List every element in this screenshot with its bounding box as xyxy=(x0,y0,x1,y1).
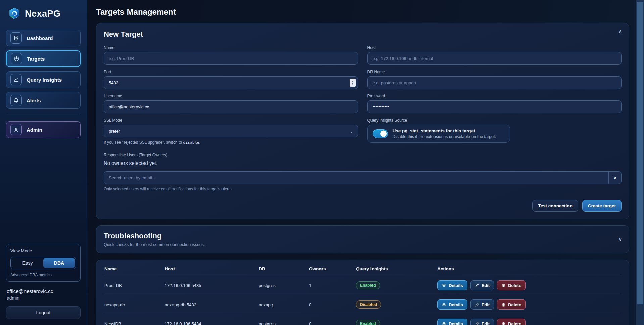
app-title: NexaPG xyxy=(25,9,61,19)
sidebar-item-label: Query Insights xyxy=(27,77,62,83)
collapse-up-icon[interactable]: ∧ xyxy=(618,28,622,35)
cell-db: postgres xyxy=(258,314,308,325)
edit-button[interactable]: Edit xyxy=(470,280,494,290)
owners-empty-text: No owners selected yet. xyxy=(104,160,622,166)
edit-button[interactable]: Edit xyxy=(470,299,494,310)
qi-toggle-title: Use pg_stat_statements for this target xyxy=(393,128,496,133)
port-input[interactable] xyxy=(104,76,358,89)
user-email: office@nesterovic.cc xyxy=(7,288,80,294)
pencil-icon xyxy=(475,303,479,307)
qi-toggle-subtitle: Disable this if the extension is unavail… xyxy=(393,134,496,139)
col-db: DB xyxy=(258,261,308,276)
edit-button[interactable]: Edit xyxy=(470,319,494,325)
port-label: Port xyxy=(104,69,358,74)
cube-icon xyxy=(11,53,22,64)
table-row: Prod_DB 172.16.0.106:5435 postgres 1 Ena… xyxy=(104,276,622,295)
number-stepper-icon[interactable]: ▲▼ xyxy=(350,79,356,87)
host-label: Host xyxy=(367,45,622,50)
owner-search-row: v xyxy=(104,171,622,184)
host-input[interactable] xyxy=(367,52,622,65)
delete-button[interactable]: Delete xyxy=(497,280,526,290)
row-actions: Details Edit Delete xyxy=(437,319,619,325)
troubleshooting-title: Troubleshooting xyxy=(104,232,622,240)
cell-owners: 1 xyxy=(308,276,355,295)
chart-icon xyxy=(10,74,22,85)
password-label: Password xyxy=(367,94,622,98)
sidebar: NexaPG Dashboard Targets Query Insights xyxy=(0,0,87,325)
sidebar-item-label: Dashboard xyxy=(27,35,53,41)
qi-source-field-group: Query Insights Source Use pg_stat_statem… xyxy=(367,118,622,145)
name-input[interactable] xyxy=(104,52,358,65)
view-mode-label: View Mode xyxy=(10,248,76,253)
username-field-group: Username xyxy=(104,94,358,113)
eye-icon xyxy=(442,321,446,325)
col-actions: Actions xyxy=(437,261,622,276)
ssl-mode-label: SSL Mode xyxy=(104,118,358,123)
details-button[interactable]: Details xyxy=(437,280,467,290)
cell-owners: 0 xyxy=(308,295,355,314)
pencil-icon xyxy=(475,322,479,325)
sidebar-item-alerts[interactable]: Alerts xyxy=(6,92,81,109)
ssl-mode-select[interactable]: prefer ⌄ xyxy=(104,125,358,137)
sidebar-item-label: Admin xyxy=(27,127,42,133)
cell-host: 172.16.0.106:5434 xyxy=(164,314,258,325)
sidebar-item-admin[interactable]: Admin xyxy=(6,121,81,138)
pg-stat-toggle[interactable] xyxy=(373,129,388,138)
scrollbar-thumb[interactable] xyxy=(637,2,643,304)
sidebar-item-label: Targets xyxy=(27,56,45,62)
col-host: Host xyxy=(164,261,258,276)
status-badge: Disabled xyxy=(356,300,381,309)
table-row: NessiDB 172.16.0.106:5434 postgres 0 Ena… xyxy=(104,314,622,325)
pencil-icon xyxy=(475,283,479,288)
delete-button[interactable]: Delete xyxy=(497,299,526,310)
password-input[interactable] xyxy=(367,100,622,113)
nexapg-logo-icon xyxy=(8,7,21,20)
targets-table: Name Host DB Owners Query Insights Actio… xyxy=(104,261,622,325)
user-role: admin xyxy=(7,295,80,301)
view-mode-easy[interactable]: Easy xyxy=(12,258,43,268)
sidebar-item-targets[interactable]: Targets xyxy=(6,50,81,67)
main-content: Targets Management ∧ New Target Name Hos… xyxy=(87,0,644,325)
chevron-down-icon: ⌄ xyxy=(350,129,354,134)
dbname-label: DB Name xyxy=(367,69,622,74)
dbname-input[interactable] xyxy=(367,76,622,89)
delete-button[interactable]: Delete xyxy=(497,319,526,325)
col-owners: Owners xyxy=(308,261,355,276)
owner-search-dropdown-button[interactable]: v xyxy=(608,172,621,184)
database-icon xyxy=(10,32,22,44)
create-target-button[interactable]: Create target xyxy=(582,200,622,212)
trash-icon xyxy=(501,322,506,325)
troubleshooting-subtitle: Quick checks for the most common connect… xyxy=(104,242,622,247)
cell-db: nexapg xyxy=(258,295,308,314)
view-mode-card: View Mode Easy DBA Advanced DBA metrics xyxy=(6,244,81,282)
new-target-card: ∧ New Target Name Host Port ▲▼ DB Name xyxy=(96,23,629,219)
cell-name: Prod_DB xyxy=(104,276,164,295)
sidebar-item-dashboard[interactable]: Dashboard xyxy=(6,30,81,46)
collapse-down-icon[interactable]: ∨ xyxy=(618,236,622,243)
test-connection-button[interactable]: Test connection xyxy=(532,200,578,212)
cell-name: nexapg-db xyxy=(104,295,164,314)
details-button[interactable]: Details xyxy=(437,319,467,325)
user-icon xyxy=(10,124,22,135)
owner-search-input[interactable] xyxy=(104,172,608,184)
details-button[interactable]: Details xyxy=(437,299,467,310)
eye-icon xyxy=(442,302,446,307)
status-badge: Enabled xyxy=(356,320,380,325)
dbname-field-group: DB Name xyxy=(367,69,622,89)
cell-owners: 0 xyxy=(308,314,355,325)
owners-hint: Only selected users will receive email n… xyxy=(104,187,622,191)
col-query-insights: Query Insights xyxy=(355,261,437,276)
username-input[interactable] xyxy=(104,100,358,113)
name-label: Name xyxy=(104,45,358,50)
troubleshooting-card: ∨ Troubleshooting Quick checks for the m… xyxy=(96,225,629,253)
brand: NexaPG xyxy=(8,7,81,20)
view-mode-dba[interactable]: DBA xyxy=(43,258,75,268)
logout-button[interactable]: Logout xyxy=(6,306,81,319)
sidebar-item-query-insights[interactable]: Query Insights xyxy=(6,71,81,88)
cell-db: postgres xyxy=(258,276,308,295)
page-title: Targets Management xyxy=(96,7,629,17)
targets-table-card: Name Host DB Owners Query Insights Actio… xyxy=(96,260,629,325)
bell-icon xyxy=(10,95,22,106)
trash-icon xyxy=(501,303,506,307)
vertical-scrollbar[interactable] xyxy=(636,0,644,325)
